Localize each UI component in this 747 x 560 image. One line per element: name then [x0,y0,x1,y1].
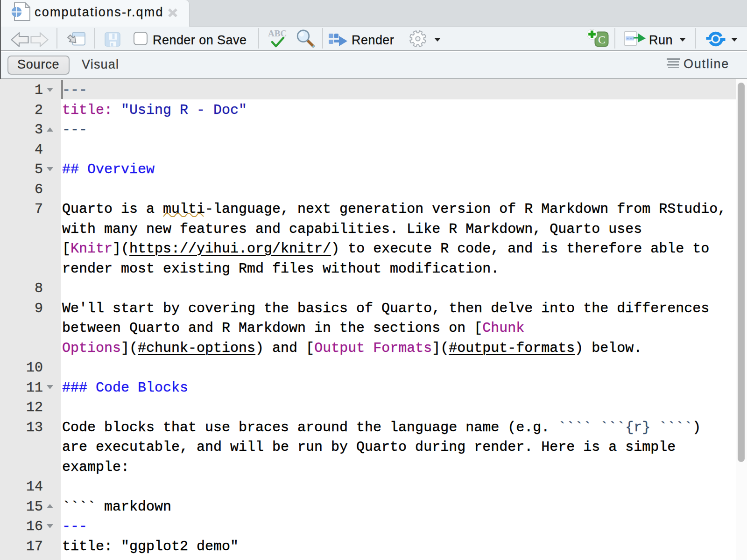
svg-text:C: C [598,34,606,46]
